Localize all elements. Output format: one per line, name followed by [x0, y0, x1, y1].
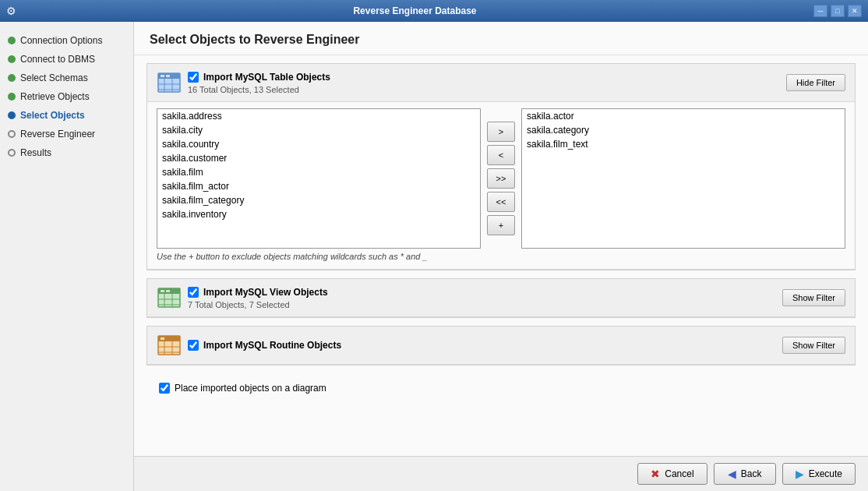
section-view-objects-title: Import MySQL View Objects: [203, 287, 328, 298]
footer: ✖ Cancel ◀ Back ▶ Execute: [134, 456, 868, 491]
sidebar-item-select-objects[interactable]: Select Objects: [0, 106, 133, 125]
move-all-right-button[interactable]: >>: [487, 168, 515, 189]
move-all-left-button[interactable]: <<: [487, 192, 515, 212]
section-routine-objects: Import MySQL Routine Objects Show Filter: [146, 326, 856, 366]
section-table-objects-title-area: Import MySQL Table Objects 16 Total Obje…: [188, 72, 780, 94]
place-on-diagram-checkbox[interactable]: [159, 383, 170, 394]
svg-rect-15: [166, 290, 170, 292]
sidebar-bullet-select-schemas: [8, 74, 16, 82]
list-item[interactable]: sakila.customer: [157, 151, 480, 165]
window-title: Reverse Engineer Database: [16, 5, 813, 16]
cancel-button[interactable]: ✖ Cancel: [637, 463, 707, 485]
move-right-button[interactable]: >: [487, 122, 515, 142]
execute-button[interactable]: ▶ Execute: [782, 463, 856, 485]
list-item[interactable]: sakila.film_text: [522, 137, 845, 151]
sidebar-bullet-select-objects: [8, 111, 16, 119]
section-routine-objects-header: Import MySQL Routine Objects Show Filter: [147, 327, 855, 365]
section-table-objects: Import MySQL Table Objects 16 Total Obje…: [146, 63, 856, 270]
section-view-objects-header: Import MySQL View Objects 7 Total Object…: [147, 279, 855, 317]
sidebar-label-retrieve-objects: Retrieve Objects: [20, 91, 90, 102]
sidebar-label-select-schemas: Select Schemas: [20, 72, 88, 83]
section-table-objects-header: Import MySQL Table Objects 16 Total Obje…: [147, 64, 855, 102]
table-objects-filter-button[interactable]: Hide Filter: [786, 74, 845, 91]
place-on-diagram-label: Place imported objects on a diagram: [175, 383, 326, 394]
sidebar-item-connect-to-dbms[interactable]: Connect to DBMS: [0, 50, 133, 69]
sidebar-bullet-results: [8, 149, 16, 157]
sidebar-item-retrieve-objects[interactable]: Retrieve Objects: [0, 87, 133, 106]
sidebar-item-results[interactable]: Results: [0, 143, 133, 162]
section-routine-objects-title: Import MySQL Routine Objects: [203, 340, 341, 351]
view-objects-icon: [157, 285, 182, 310]
sidebar-label-select-objects: Select Objects: [20, 110, 85, 121]
sidebar-label-results: Results: [20, 147, 51, 158]
list-item[interactable]: sakila.address: [157, 109, 480, 123]
execute-icon: ▶: [796, 468, 804, 480]
svg-rect-22: [161, 337, 164, 340]
content-area: Select Objects to Reverse Engineer: [134, 22, 868, 491]
table-objects-right-list[interactable]: sakila.actor sakila.category sakila.film…: [521, 108, 845, 249]
list-item[interactable]: sakila.film_category: [157, 193, 480, 207]
routine-objects-icon: [157, 333, 182, 358]
sidebar-label-connect-to-dbms: Connect to DBMS: [20, 54, 95, 65]
section-routine-objects-checkbox-row: Import MySQL Routine Objects: [188, 340, 776, 351]
sidebar-bullet-reverse-engineer: [8, 130, 16, 138]
minimize-button[interactable]: ─: [813, 5, 827, 17]
section-routine-objects-title-area: Import MySQL Routine Objects: [188, 340, 776, 351]
list-item[interactable]: sakila.inventory: [157, 207, 480, 221]
place-on-diagram-row: Place imported objects on a diagram: [146, 373, 856, 403]
sidebar-label-reverse-engineer: Reverse Engineer: [20, 129, 95, 140]
main-container: Connection Options Connect to DBMS Selec…: [0, 22, 868, 491]
section-view-objects-title-area: Import MySQL View Objects 7 Total Object…: [188, 287, 776, 309]
section-view-objects-subtitle: 7 Total Objects, 7 Selected: [188, 300, 776, 309]
section-view-objects: Import MySQL View Objects 7 Total Object…: [146, 278, 856, 318]
cancel-icon: ✖: [651, 468, 660, 480]
section-table-objects-subtitle: 16 Total Objects, 13 Selected: [188, 85, 780, 94]
sidebar-bullet-retrieve-objects: [8, 93, 16, 101]
svg-rect-6: [161, 75, 164, 77]
view-objects-filter-button[interactable]: Show Filter: [782, 289, 845, 306]
app-icon: ⚙: [6, 5, 16, 17]
list-item[interactable]: sakila.film: [157, 165, 480, 179]
table-objects-list-transfer: sakila.address sakila.city sakila.countr…: [157, 108, 845, 249]
sidebar-bullet-connection-options: [8, 37, 16, 44]
section-view-objects-checkbox[interactable]: [188, 287, 199, 298]
section-table-objects-checkbox[interactable]: [188, 72, 199, 83]
section-table-objects-title: Import MySQL Table Objects: [203, 72, 330, 83]
list-item[interactable]: sakila.film_actor: [157, 179, 480, 193]
sidebar-item-connection-options[interactable]: Connection Options: [0, 31, 133, 50]
routine-objects-filter-button[interactable]: Show Filter: [782, 337, 845, 354]
transfer-buttons: > < >> << +: [484, 108, 518, 249]
back-button[interactable]: ◀ Back: [714, 463, 776, 485]
back-label: Back: [741, 468, 762, 479]
list-item[interactable]: sakila.actor: [522, 109, 845, 123]
filter-hint-text: Use the + button to exclude objects matc…: [157, 249, 845, 263]
sidebar: Connection Options Connect to DBMS Selec…: [0, 22, 134, 491]
window-controls: ─ □ ✕: [813, 5, 862, 17]
sidebar-label-connection-options: Connection Options: [20, 35, 102, 46]
close-button[interactable]: ✕: [848, 5, 862, 17]
table-objects-left-list[interactable]: sakila.address sakila.city sakila.countr…: [157, 108, 481, 249]
section-table-objects-checkbox-row: Import MySQL Table Objects: [188, 72, 780, 83]
table-objects-filter-panel: sakila.address sakila.city sakila.countr…: [147, 102, 855, 270]
move-left-button[interactable]: <: [487, 145, 515, 165]
sidebar-item-reverse-engineer[interactable]: Reverse Engineer: [0, 125, 133, 143]
content-header: Select Objects to Reverse Engineer: [134, 22, 868, 55]
cancel-label: Cancel: [665, 468, 693, 479]
list-item[interactable]: sakila.category: [522, 123, 845, 137]
list-item[interactable]: sakila.country: [157, 137, 480, 151]
maximize-button[interactable]: □: [831, 5, 845, 17]
back-icon: ◀: [728, 468, 736, 480]
svg-rect-7: [166, 75, 170, 77]
sidebar-bullet-connect-to-dbms: [8, 55, 16, 63]
section-view-objects-checkbox-row: Import MySQL View Objects: [188, 287, 776, 298]
svg-rect-14: [161, 290, 164, 292]
content-body: Import MySQL Table Objects 16 Total Obje…: [134, 55, 868, 456]
add-wildcard-button[interactable]: +: [487, 215, 515, 235]
list-item[interactable]: sakila.city: [157, 123, 480, 137]
table-objects-icon: [157, 70, 182, 95]
execute-label: Execute: [809, 468, 842, 479]
section-routine-objects-checkbox[interactable]: [188, 340, 199, 351]
title-bar: ⚙ Reverse Engineer Database ─ □ ✕: [0, 0, 868, 22]
sidebar-item-select-schemas[interactable]: Select Schemas: [0, 69, 133, 87]
